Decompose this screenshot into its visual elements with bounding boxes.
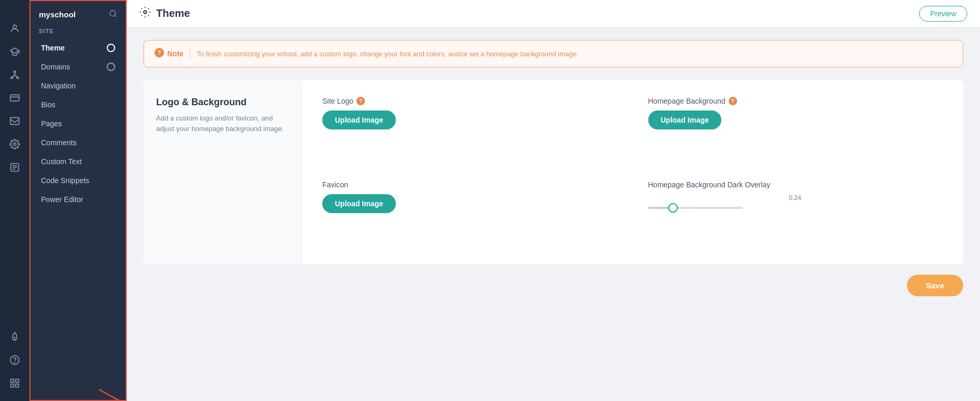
sidebar-item-comments[interactable]: Comments	[33, 133, 124, 152]
favicon-group: Favicon Upload Image	[322, 181, 617, 247]
dark-overlay-label: Homepage Background Dark Overlay	[648, 181, 943, 189]
save-container: Save	[144, 275, 963, 296]
dark-overlay-value: 0.24	[648, 194, 943, 202]
sidebar-item-power-editor[interactable]: Power Editor	[33, 190, 124, 209]
theme-icon	[139, 6, 151, 21]
site-logo-group: Site Logo ? Upload Image	[322, 97, 617, 164]
sidebar-item-label: Theme	[41, 44, 65, 52]
site-logo-label: Site Logo ?	[322, 97, 617, 105]
nav-icon-network[interactable]	[5, 65, 24, 84]
dark-overlay-slider[interactable]	[648, 207, 743, 209]
svg-point-0	[13, 25, 17, 28]
svg-point-3	[17, 77, 18, 78]
nav-icon-mail[interactable]	[5, 112, 24, 131]
svg-point-6	[14, 143, 16, 146]
svg-point-17	[144, 11, 147, 14]
sidebar-item-label: Domains	[41, 63, 70, 71]
sidebar-item-dot-theme	[107, 44, 115, 52]
svg-point-10	[15, 362, 15, 363]
section-desc: Add a custom logo and/or favicon, and ad…	[156, 113, 288, 134]
svg-point-15	[110, 11, 116, 16]
sidebar-item-bios[interactable]: Bios	[33, 95, 124, 114]
svg-rect-4	[11, 95, 19, 101]
brand-name: myschool	[39, 10, 76, 19]
svg-rect-14	[16, 384, 19, 387]
homepage-background-help-icon: ?	[729, 97, 737, 105]
homepage-background-upload-button[interactable]: Upload Image	[648, 111, 722, 129]
note-label: ? Note	[155, 48, 190, 59]
preview-button[interactable]: Preview	[919, 6, 967, 22]
nav-icon-notes[interactable]	[5, 158, 24, 177]
section-title: Logo & Background	[156, 97, 288, 108]
nav-icon-rocket[interactable]	[5, 327, 24, 346]
nav-icon-card[interactable]	[5, 88, 24, 107]
sidebar-section-label: SITE	[30, 28, 126, 38]
topbar-left: Theme	[139, 6, 190, 21]
sidebar-item-label: Code Snippets	[41, 176, 89, 185]
slider-track	[648, 207, 943, 209]
favicon-label: Favicon	[322, 181, 617, 189]
site-logo-help-icon: ?	[356, 97, 365, 105]
brand: myschool	[30, 9, 126, 28]
nav-icon-help[interactable]	[5, 350, 24, 369]
sidebar-item-code-snippets[interactable]: Code Snippets	[33, 171, 124, 190]
note-banner: ? Note To finish customizing your school…	[144, 40, 963, 67]
homepage-background-label: Homepage Background ?	[648, 97, 943, 105]
sidebar-item-label: Custom Text	[41, 157, 82, 166]
sidebar-item-domains[interactable]: Domains	[33, 57, 124, 76]
page-title: Theme	[156, 7, 190, 19]
sidebar-item-navigation[interactable]: Navigation	[33, 76, 124, 95]
section-right: Site Logo ? Upload Image Homepage Backgr…	[301, 80, 963, 264]
site-logo-upload-button[interactable]: Upload Image	[322, 111, 396, 129]
save-button[interactable]: Save	[907, 275, 963, 296]
svg-point-2	[11, 77, 13, 78]
sidebar-item-label: Power Editor	[41, 195, 83, 204]
note-question-icon: ?	[155, 48, 164, 59]
svg-rect-13	[11, 384, 14, 387]
sidebar-item-label: Navigation	[41, 82, 76, 90]
svg-rect-5	[11, 117, 19, 124]
main-area: Theme Preview ? Note To finish customizi…	[127, 0, 980, 401]
section-left: Logo & Background Add a custom logo and/…	[144, 80, 301, 264]
note-text: To finish customizing your school, add a…	[197, 50, 578, 58]
nav-icon-graduate[interactable]	[5, 42, 24, 61]
sidebar-item-label: Bios	[41, 101, 55, 109]
dark-overlay-group: Homepage Background Dark Overlay 0.24	[648, 181, 943, 247]
svg-point-1	[14, 71, 15, 73]
svg-point-8	[14, 337, 15, 338]
search-icon[interactable]	[109, 9, 117, 19]
nav-icon-people[interactable]	[5, 19, 24, 38]
logo-background-card: Logo & Background Add a custom logo and/…	[144, 80, 963, 264]
nav-icon-grid[interactable]	[5, 374, 24, 393]
homepage-background-group: Homepage Background ? Upload Image	[648, 97, 943, 164]
favicon-upload-button[interactable]: Upload Image	[322, 194, 396, 213]
content-area: ? Note To finish customizing your school…	[127, 27, 980, 401]
svg-rect-11	[11, 379, 14, 383]
svg-text:?: ?	[158, 49, 161, 56]
sidebar-item-dot-domains	[107, 63, 115, 71]
topbar: Theme Preview	[127, 0, 980, 27]
sidebar-item-custom-text[interactable]: Custom Text	[33, 152, 124, 171]
sidebar-item-label: Pages	[41, 119, 62, 128]
sidebar-item-label: Comments	[41, 138, 77, 147]
sidebar-item-theme[interactable]: Theme	[33, 38, 124, 57]
icon-bar	[0, 0, 29, 401]
nav-icon-gear[interactable]	[5, 135, 24, 154]
sidebar: myschool SITE Theme Domains Navigation B…	[29, 0, 127, 401]
sidebar-item-pages[interactable]: Pages	[33, 114, 124, 133]
svg-rect-12	[16, 379, 19, 383]
